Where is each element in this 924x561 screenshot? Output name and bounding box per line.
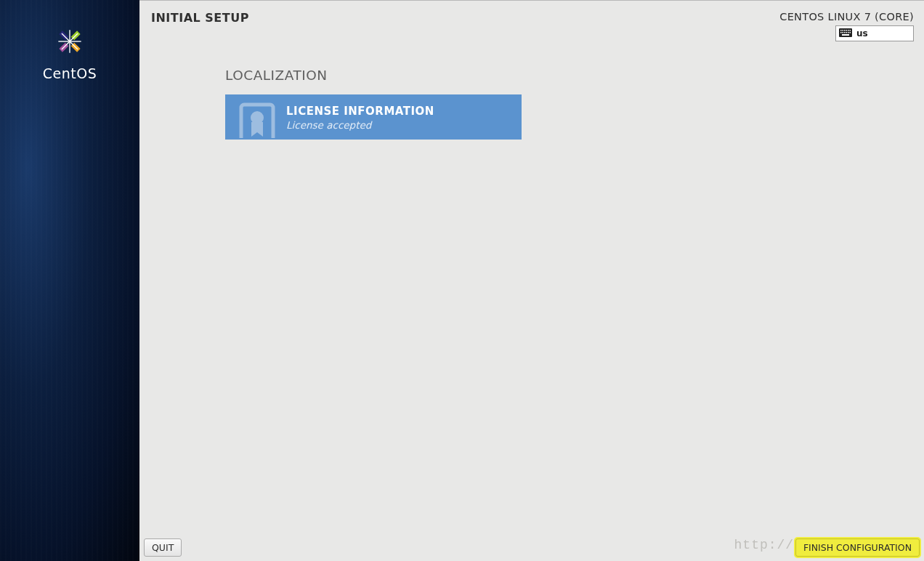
main-panel: INITIAL SETUP CENTOS LINUX 7 (CORE) us [139,0,924,561]
license-information-spoke[interactable]: LICENSE INFORMATION License accepted [225,94,522,140]
svg-rect-12 [846,30,848,31]
header: INITIAL SETUP CENTOS LINUX 7 (CORE) us [139,1,924,41]
sidebar-logo: CentOS [43,25,97,81]
finish-configuration-button[interactable]: FINISH CONFIGURATION [795,538,920,557]
keyboard-icon [839,28,852,39]
svg-rect-16 [843,32,844,33]
svg-rect-15 [840,32,842,33]
svg-rect-17 [844,32,846,33]
license-spoke-status: License accepted [286,119,434,131]
svg-rect-13 [848,30,849,31]
distro-label: CENTOS LINUX 7 (CORE) [779,11,914,23]
svg-rect-19 [848,32,849,33]
svg-rect-11 [844,30,846,31]
license-spoke-title: LICENSE INFORMATION [286,105,434,118]
keyboard-layout-selector[interactable]: us [835,25,914,41]
keyboard-layout-label: us [856,28,868,39]
svg-rect-18 [846,32,848,33]
svg-rect-9 [840,30,842,31]
page-title: INITIAL SETUP [151,11,249,25]
localization-section-title: LOCALIZATION [225,68,924,83]
centos-logo-icon [53,25,86,61]
license-icon [237,97,277,138]
svg-rect-20 [850,32,851,33]
footer: QUIT FINISH CONFIGURATION [139,532,924,561]
sidebar-brand-label: CentOS [43,65,97,81]
svg-rect-10 [843,30,844,31]
quit-button[interactable]: QUIT [144,538,182,557]
content-area: LOCALIZATION LICENSE INFORMATION License… [139,41,924,140]
sidebar: CentOS [0,0,139,561]
header-right: CENTOS LINUX 7 (CORE) us [779,11,914,41]
svg-rect-14 [850,30,851,31]
svg-rect-21 [842,34,849,36]
license-spoke-text: LICENSE INFORMATION License accepted [286,105,434,131]
